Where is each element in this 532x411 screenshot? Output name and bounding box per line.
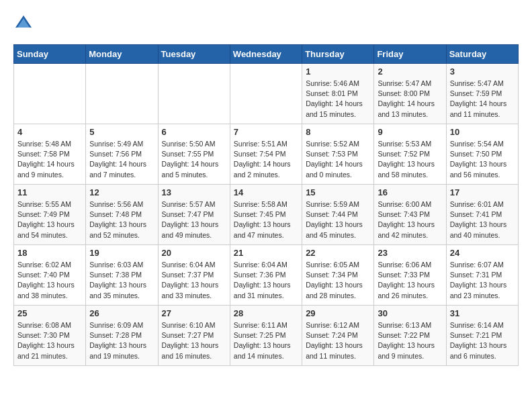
calendar-cell: 11Sunrise: 5:55 AM Sunset: 7:49 PM Dayli… xyxy=(14,185,86,245)
day-info: Sunrise: 5:57 AM Sunset: 7:47 PM Dayligh… xyxy=(162,199,226,240)
day-number: 22 xyxy=(306,248,370,258)
calendar-cell: 16Sunrise: 6:00 AM Sunset: 7:43 PM Dayli… xyxy=(374,185,446,245)
day-number: 20 xyxy=(162,248,226,258)
calendar-cell: 1Sunrise: 5:46 AM Sunset: 8:01 PM Daylig… xyxy=(302,64,374,124)
day-number: 18 xyxy=(17,248,82,258)
weekday-header-thursday: Thursday xyxy=(302,45,374,64)
day-info: Sunrise: 5:49 AM Sunset: 7:56 PM Dayligh… xyxy=(89,139,154,180)
calendar-cell: 6Sunrise: 5:50 AM Sunset: 7:55 PM Daylig… xyxy=(158,124,230,185)
day-number: 17 xyxy=(450,187,515,197)
day-info: Sunrise: 6:14 AM Sunset: 7:21 PM Dayligh… xyxy=(450,320,515,361)
calendar-week-row: 11Sunrise: 5:55 AM Sunset: 7:49 PM Dayli… xyxy=(14,185,519,245)
day-number: 4 xyxy=(17,127,82,137)
day-info: Sunrise: 6:03 AM Sunset: 7:38 PM Dayligh… xyxy=(89,260,154,301)
calendar-week-row: 4Sunrise: 5:48 AM Sunset: 7:58 PM Daylig… xyxy=(14,124,519,185)
day-info: Sunrise: 5:50 AM Sunset: 7:55 PM Dayligh… xyxy=(162,139,226,180)
weekday-header-wednesday: Wednesday xyxy=(230,45,302,64)
day-number: 10 xyxy=(450,127,515,137)
day-number: 26 xyxy=(89,308,154,318)
calendar-cell: 21Sunrise: 6:04 AM Sunset: 7:36 PM Dayli… xyxy=(230,245,302,306)
day-info: Sunrise: 5:48 AM Sunset: 7:58 PM Dayligh… xyxy=(17,139,82,180)
calendar-cell: 15Sunrise: 5:59 AM Sunset: 7:44 PM Dayli… xyxy=(302,185,374,245)
calendar-cell: 25Sunrise: 6:08 AM Sunset: 7:30 PM Dayli… xyxy=(14,306,86,366)
calendar-cell: 24Sunrise: 6:07 AM Sunset: 7:31 PM Dayli… xyxy=(446,245,518,306)
calendar-table: SundayMondayTuesdayWednesdayThursdayFrid… xyxy=(13,44,519,366)
calendar-cell: 19Sunrise: 6:03 AM Sunset: 7:38 PM Dayli… xyxy=(86,245,158,306)
day-number: 27 xyxy=(162,308,226,318)
day-number: 8 xyxy=(306,127,370,137)
calendar-cell: 3Sunrise: 5:47 AM Sunset: 7:59 PM Daylig… xyxy=(446,64,518,124)
day-number: 31 xyxy=(450,308,515,318)
calendar-cell: 31Sunrise: 6:14 AM Sunset: 7:21 PM Dayli… xyxy=(446,306,518,366)
calendar-cell: 20Sunrise: 6:04 AM Sunset: 7:37 PM Dayli… xyxy=(158,245,230,306)
weekday-header-friday: Friday xyxy=(374,45,446,64)
day-info: Sunrise: 5:55 AM Sunset: 7:49 PM Dayligh… xyxy=(17,199,82,240)
calendar-week-row: 18Sunrise: 6:02 AM Sunset: 7:40 PM Dayli… xyxy=(14,245,519,306)
day-info: Sunrise: 6:00 AM Sunset: 7:43 PM Dayligh… xyxy=(378,199,442,240)
day-number: 7 xyxy=(234,127,298,137)
calendar-cell: 13Sunrise: 5:57 AM Sunset: 7:47 PM Dayli… xyxy=(158,185,230,245)
day-number: 23 xyxy=(378,248,442,258)
day-info: Sunrise: 6:09 AM Sunset: 7:28 PM Dayligh… xyxy=(89,320,154,361)
day-number: 19 xyxy=(89,248,154,258)
calendar-cell: 26Sunrise: 6:09 AM Sunset: 7:28 PM Dayli… xyxy=(86,306,158,366)
calendar-cell: 30Sunrise: 6:13 AM Sunset: 7:22 PM Dayli… xyxy=(374,306,446,366)
day-info: Sunrise: 6:07 AM Sunset: 7:31 PM Dayligh… xyxy=(450,260,515,301)
day-number: 30 xyxy=(378,308,442,318)
day-number: 25 xyxy=(17,308,82,318)
calendar-week-row: 1Sunrise: 5:46 AM Sunset: 8:01 PM Daylig… xyxy=(14,64,519,124)
day-info: Sunrise: 5:46 AM Sunset: 8:01 PM Dayligh… xyxy=(306,79,370,120)
day-number: 2 xyxy=(378,66,442,77)
day-info: Sunrise: 5:51 AM Sunset: 7:54 PM Dayligh… xyxy=(234,139,298,180)
day-number: 29 xyxy=(306,308,370,318)
day-info: Sunrise: 5:56 AM Sunset: 7:48 PM Dayligh… xyxy=(89,199,154,240)
day-info: Sunrise: 6:12 AM Sunset: 7:24 PM Dayligh… xyxy=(306,320,370,361)
day-info: Sunrise: 5:54 AM Sunset: 7:50 PM Dayligh… xyxy=(450,139,515,180)
logo xyxy=(13,13,36,34)
day-number: 13 xyxy=(162,187,226,197)
day-info: Sunrise: 5:47 AM Sunset: 8:00 PM Dayligh… xyxy=(378,79,442,120)
day-info: Sunrise: 5:58 AM Sunset: 7:45 PM Dayligh… xyxy=(234,199,298,240)
calendar-cell: 12Sunrise: 5:56 AM Sunset: 7:48 PM Dayli… xyxy=(86,185,158,245)
calendar-cell: 29Sunrise: 6:12 AM Sunset: 7:24 PM Dayli… xyxy=(302,306,374,366)
day-number: 28 xyxy=(234,308,298,318)
day-info: Sunrise: 5:53 AM Sunset: 7:52 PM Dayligh… xyxy=(378,139,442,180)
calendar-cell: 17Sunrise: 6:01 AM Sunset: 7:41 PM Dayli… xyxy=(446,185,518,245)
day-number: 9 xyxy=(378,127,442,137)
day-number: 11 xyxy=(17,187,82,197)
day-number: 21 xyxy=(234,248,298,258)
day-number: 5 xyxy=(89,127,154,137)
day-info: Sunrise: 5:47 AM Sunset: 7:59 PM Dayligh… xyxy=(450,79,515,120)
day-info: Sunrise: 6:10 AM Sunset: 7:27 PM Dayligh… xyxy=(162,320,226,361)
calendar-cell: 2Sunrise: 5:47 AM Sunset: 8:00 PM Daylig… xyxy=(374,64,446,124)
day-info: Sunrise: 5:52 AM Sunset: 7:53 PM Dayligh… xyxy=(306,139,370,180)
day-info: Sunrise: 6:02 AM Sunset: 7:40 PM Dayligh… xyxy=(17,260,82,301)
day-info: Sunrise: 6:04 AM Sunset: 7:37 PM Dayligh… xyxy=(162,260,226,301)
calendar-cell: 23Sunrise: 6:06 AM Sunset: 7:33 PM Dayli… xyxy=(374,245,446,306)
weekday-header-saturday: Saturday xyxy=(446,45,518,64)
calendar-cell: 4Sunrise: 5:48 AM Sunset: 7:58 PM Daylig… xyxy=(14,124,86,185)
day-number: 15 xyxy=(306,187,370,197)
calendar-cell xyxy=(86,64,158,124)
calendar-cell: 8Sunrise: 5:52 AM Sunset: 7:53 PM Daylig… xyxy=(302,124,374,185)
weekday-header-tuesday: Tuesday xyxy=(158,45,230,64)
page-header xyxy=(13,13,519,34)
calendar-cell xyxy=(158,64,230,124)
day-number: 24 xyxy=(450,248,515,258)
calendar-cell xyxy=(14,64,86,124)
day-number: 3 xyxy=(450,66,515,77)
calendar-cell: 28Sunrise: 6:11 AM Sunset: 7:25 PM Dayli… xyxy=(230,306,302,366)
day-info: Sunrise: 6:04 AM Sunset: 7:36 PM Dayligh… xyxy=(234,260,298,301)
calendar-cell: 5Sunrise: 5:49 AM Sunset: 7:56 PM Daylig… xyxy=(86,124,158,185)
weekday-header-monday: Monday xyxy=(86,45,158,64)
day-info: Sunrise: 6:13 AM Sunset: 7:22 PM Dayligh… xyxy=(378,320,442,361)
day-number: 14 xyxy=(234,187,298,197)
calendar-header-row: SundayMondayTuesdayWednesdayThursdayFrid… xyxy=(14,45,519,64)
calendar-cell: 18Sunrise: 6:02 AM Sunset: 7:40 PM Dayli… xyxy=(14,245,86,306)
calendar-cell: 14Sunrise: 5:58 AM Sunset: 7:45 PM Dayli… xyxy=(230,185,302,245)
calendar-cell: 9Sunrise: 5:53 AM Sunset: 7:52 PM Daylig… xyxy=(374,124,446,185)
calendar-cell xyxy=(230,64,302,124)
day-number: 1 xyxy=(306,66,370,77)
day-info: Sunrise: 6:05 AM Sunset: 7:34 PM Dayligh… xyxy=(306,260,370,301)
calendar-cell: 22Sunrise: 6:05 AM Sunset: 7:34 PM Dayli… xyxy=(302,245,374,306)
